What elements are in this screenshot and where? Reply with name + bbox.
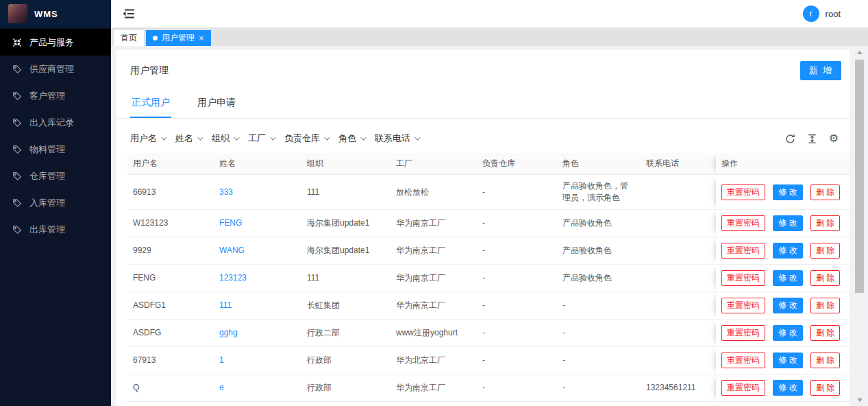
reload-icon[interactable] bbox=[785, 134, 795, 144]
tab-user-applications[interactable]: 用户申请 bbox=[196, 90, 237, 118]
cell-name-link[interactable]: 111 bbox=[214, 402, 301, 406]
table-toolbar: 用户名 姓名 组织 工厂 负责仓库 角色 联系电话 bbox=[116, 119, 850, 153]
main-area: r root 首页 用户管理 × 用户管理 新 增 正式用户 bbox=[111, 0, 868, 406]
cell-name-link[interactable]: FENG bbox=[214, 210, 301, 237]
table-row: 9929 WANG 海尔集团update1 华为南京工厂 - 产品验收角色 重置… bbox=[127, 237, 850, 265]
page-title: 用户管理 bbox=[130, 64, 169, 77]
tab-home[interactable]: 首页 bbox=[114, 30, 144, 46]
delete-button[interactable]: 删 除 bbox=[810, 184, 840, 200]
scroll-down-icon[interactable] bbox=[854, 395, 865, 405]
cell-phone bbox=[641, 175, 716, 210]
delete-button[interactable]: 删 除 bbox=[810, 353, 840, 368]
user-avatar[interactable]: r bbox=[803, 5, 819, 22]
sidebar-item-inout-records[interactable]: 出入库记录 bbox=[0, 109, 111, 136]
reset-password-button[interactable]: 重置密码 bbox=[721, 243, 765, 259]
filter-warehouse[interactable]: 负责仓库 bbox=[284, 132, 328, 145]
table-row: 67913 1 行政部 华为北京工厂 - - 重置密码 修 改 bbox=[127, 347, 850, 374]
col-factory: 工厂 bbox=[390, 153, 477, 175]
cell-role: - bbox=[557, 347, 641, 374]
col-actions: 操作 bbox=[716, 153, 850, 175]
workspace-avatar-image[interactable] bbox=[8, 4, 27, 23]
cell-organization: 111 bbox=[301, 402, 390, 406]
tab-user-management[interactable]: 用户管理 × bbox=[146, 30, 211, 46]
edit-button[interactable]: 修 改 bbox=[773, 298, 802, 313]
sidebar-header: WMS bbox=[0, 0, 111, 27]
sidebar-item-products-services[interactable]: 产品与服务 bbox=[0, 29, 111, 56]
cell-role: 产品验收角色，管理员，演示角色 bbox=[557, 175, 641, 210]
edit-button[interactable]: 修 改 bbox=[773, 215, 802, 231]
tab-formal-users[interactable]: 正式用户 bbox=[130, 90, 171, 118]
cell-factory: www注册yoghurt bbox=[390, 402, 477, 406]
cell-phone bbox=[641, 210, 716, 237]
edit-button[interactable]: 修 改 bbox=[773, 353, 802, 368]
cell-name-link[interactable]: 123123 bbox=[214, 265, 301, 292]
close-tab-icon[interactable]: × bbox=[199, 34, 204, 43]
cell-actions: 重置密码 修 改 删 除 bbox=[716, 210, 850, 237]
filter-phone[interactable]: 联系电话 bbox=[375, 132, 419, 145]
delete-button[interactable]: 删 除 bbox=[810, 325, 840, 341]
sidebar-item-customers[interactable]: 客户管理 bbox=[0, 82, 111, 109]
scrollbar-thumb[interactable] bbox=[855, 60, 864, 293]
edit-button[interactable]: 修 改 bbox=[773, 380, 802, 396]
delete-button[interactable]: 删 除 bbox=[810, 298, 840, 313]
chevron-down-icon bbox=[161, 134, 166, 140]
filter-organization[interactable]: 组织 bbox=[212, 132, 238, 145]
settings-gear-icon[interactable]: ⚙ bbox=[829, 133, 839, 144]
reset-password-button[interactable]: 重置密码 bbox=[721, 184, 765, 200]
edit-button[interactable]: 修 改 bbox=[773, 184, 802, 200]
cell-actions: 重置密码 修 改 删 除 bbox=[716, 402, 850, 406]
cell-warehouse: - bbox=[477, 402, 557, 406]
topbar: r root bbox=[111, 0, 868, 27]
sidebar-item-materials[interactable]: 物料管理 bbox=[0, 136, 111, 163]
filter-name[interactable]: 姓名 bbox=[175, 132, 201, 145]
reset-password-button[interactable]: 重置密码 bbox=[721, 353, 765, 368]
cell-organization: 海尔集团update1 bbox=[301, 237, 390, 265]
filter-username[interactable]: 用户名 bbox=[130, 132, 165, 145]
username-label: root bbox=[826, 9, 841, 19]
user-menu[interactable]: r root bbox=[803, 5, 841, 22]
cell-organization: 行政部 bbox=[301, 374, 390, 402]
cell-warehouse: - bbox=[477, 265, 557, 292]
menu-fold-icon[interactable] bbox=[122, 8, 136, 20]
cell-name-link[interactable]: gghg bbox=[214, 320, 301, 347]
reset-password-button[interactable]: 重置密码 bbox=[721, 215, 765, 231]
delete-button[interactable]: 删 除 bbox=[810, 270, 840, 286]
edit-button[interactable]: 修 改 bbox=[773, 270, 802, 286]
sidebar-item-suppliers[interactable]: 供应商管理 bbox=[0, 56, 111, 82]
reset-password-button[interactable]: 重置密码 bbox=[721, 298, 765, 313]
window-tabbar: 首页 用户管理 × bbox=[111, 27, 868, 46]
cell-warehouse: - bbox=[477, 320, 557, 347]
delete-button[interactable]: 删 除 bbox=[810, 215, 840, 231]
filter-row: 用户名 姓名 组织 工厂 负责仓库 角色 联系电话 bbox=[130, 132, 419, 145]
cell-name-link[interactable]: 1 bbox=[214, 347, 301, 374]
column-height-icon[interactable] bbox=[807, 134, 817, 144]
reset-password-button[interactable]: 重置密码 bbox=[721, 270, 765, 286]
cell-organization: 长虹集团 bbox=[301, 292, 390, 320]
col-warehouse: 负责仓库 bbox=[477, 153, 557, 175]
cell-role: - bbox=[557, 292, 641, 320]
sidebar-item-outbound[interactable]: 出库管理 bbox=[0, 216, 111, 243]
delete-button[interactable]: 删 除 bbox=[810, 380, 840, 396]
vertical-scrollbar[interactable] bbox=[854, 46, 865, 406]
cell-name-link[interactable]: 111 bbox=[214, 292, 301, 320]
reset-password-button[interactable]: 重置密码 bbox=[721, 325, 765, 341]
cell-name-link[interactable]: WANG bbox=[214, 237, 301, 265]
scroll-up-icon[interactable] bbox=[854, 47, 865, 57]
sidebar: WMS 产品与服务 供应商管理 客户管理 bbox=[0, 0, 111, 406]
col-organization: 组织 bbox=[301, 153, 390, 175]
col-username: 用户名 bbox=[127, 153, 214, 175]
cell-name-link[interactable]: 333 bbox=[214, 175, 301, 210]
table-row: 66913 333 111 放松放松 - 产品验收角色，管理员，演示角色 重置密… bbox=[127, 175, 850, 210]
sidebar-item-inbound[interactable]: 入库管理 bbox=[0, 189, 111, 216]
add-user-button[interactable]: 新 增 bbox=[800, 61, 841, 80]
delete-button[interactable]: 删 除 bbox=[810, 243, 840, 259]
sidebar-item-warehouses[interactable]: 仓库管理 bbox=[0, 163, 111, 189]
cell-name-link[interactable]: e bbox=[214, 374, 301, 402]
edit-button[interactable]: 修 改 bbox=[773, 325, 802, 341]
reset-password-button[interactable]: 重置密码 bbox=[721, 380, 765, 396]
cell-phone: 13234561211 bbox=[641, 374, 716, 402]
filter-factory[interactable]: 工厂 bbox=[248, 132, 274, 145]
filter-role[interactable]: 角色 bbox=[338, 132, 364, 145]
cell-factory: www注册yoghurt bbox=[390, 320, 477, 347]
edit-button[interactable]: 修 改 bbox=[773, 243, 802, 259]
